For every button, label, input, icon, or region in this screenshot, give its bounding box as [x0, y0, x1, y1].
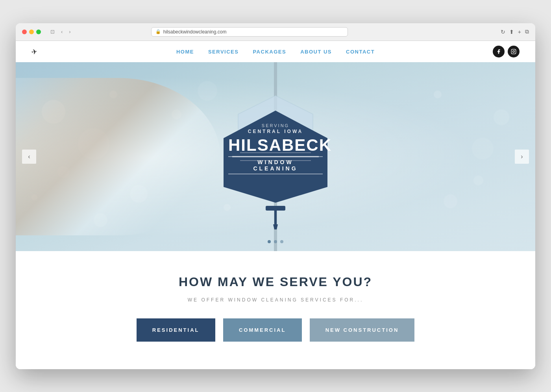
nav-logo[interactable]: ✈ — [31, 46, 37, 57]
facebook-icon[interactable] — [493, 46, 505, 57]
logo-mark-icon: ✈ — [31, 47, 38, 56]
svg-point-2 — [515, 50, 515, 50]
next-arrow-icon: › — [521, 153, 523, 160]
hex-serving-text: SERVING — [228, 123, 323, 128]
lock-icon: 🔒 — [155, 29, 161, 34]
nav-link-packages[interactable]: PACKAGES — [253, 49, 286, 55]
maximize-button[interactable] — [36, 30, 41, 34]
traffic-lights — [22, 30, 41, 34]
hero-hand-image — [16, 78, 220, 235]
hex-company-text: HILSABECK — [228, 137, 323, 154]
new-tab-button[interactable]: + — [518, 29, 521, 35]
new-construction-button[interactable]: NEW CONSTRUCTION — [310, 318, 415, 342]
nav-link-home[interactable]: HOME — [176, 49, 194, 55]
tab-overview-button[interactable]: ⧉ — [525, 28, 529, 35]
hexagon-container: SERVING CENTRAL IOWA HILSABECK WINDOW CL… — [220, 98, 331, 216]
main-nav: ✈ HOME SERVICES PACKAGES ABOUT US CONTAC… — [16, 41, 535, 62]
browser-controls: ⊡ ‹ › — [49, 28, 72, 35]
hex-text-content: SERVING CENTRAL IOWA HILSABECK WINDOW CL… — [220, 111, 331, 182]
hero-logo: SERVING CENTRAL IOWA HILSABECK WINDOW CL… — [220, 98, 331, 216]
nav-link-about-us[interactable]: ABOUT US — [300, 49, 332, 55]
nav-links: HOME SERVICES PACKAGES ABOUT US CONTACT — [176, 48, 375, 55]
slider-dot-3[interactable] — [280, 240, 283, 243]
forward-button[interactable]: › — [67, 28, 72, 35]
browser-window: ⊡ ‹ › 🔒 hilsabeckwindowcleaning.com ↻ ⬆ … — [16, 23, 535, 369]
slider-next-button[interactable]: › — [515, 150, 529, 164]
svg-rect-8 — [266, 206, 285, 211]
hex-location-text: CENTRAL IOWA — [228, 129, 323, 134]
hero-slider: SERVING CENTRAL IOWA HILSABECK WINDOW CL… — [16, 62, 535, 251]
prev-arrow-icon: ‹ — [28, 153, 30, 160]
svg-rect-9 — [274, 211, 277, 224]
url-text: hilsabeckwindowcleaning.com — [163, 29, 227, 35]
svg-rect-0 — [511, 49, 516, 54]
slider-dot-1[interactable] — [268, 240, 271, 243]
nav-link-contact[interactable]: CONTACT — [346, 49, 375, 55]
residential-button[interactable]: RESIDENTIAL — [137, 318, 215, 342]
services-section: HOW MAY WE SERVE YOU? WE OFFER WINDOW CL… — [16, 251, 535, 369]
service-buttons: RESIDENTIAL COMMERCIAL NEW CONSTRUCTION — [31, 318, 520, 342]
squeegee-icon — [264, 206, 287, 233]
website-content: ✈ HOME SERVICES PACKAGES ABOUT US CONTAC… — [16, 41, 535, 369]
back-button[interactable]: ‹ — [59, 28, 64, 35]
svg-point-1 — [513, 50, 515, 52]
slider-dot-2[interactable] — [274, 240, 277, 243]
instagram-icon[interactable] — [508, 46, 520, 57]
sidebar-toggle-icon[interactable]: ⊡ — [49, 28, 56, 35]
services-title: HOW MAY WE SERVE YOU? — [31, 275, 520, 289]
share-button[interactable]: ⬆ — [509, 29, 514, 35]
address-bar[interactable]: 🔒 hilsabeckwindowcleaning.com — [151, 27, 348, 37]
slider-dots — [268, 240, 283, 243]
browser-chrome: ⊡ ‹ › 🔒 hilsabeckwindowcleaning.com ↻ ⬆ … — [16, 23, 535, 41]
slider-prev-button[interactable]: ‹ — [22, 150, 36, 164]
commercial-button[interactable]: COMMERCIAL — [223, 318, 302, 342]
nav-link-services[interactable]: SERVICES — [208, 49, 239, 55]
close-button[interactable] — [22, 30, 27, 34]
svg-marker-10 — [273, 224, 278, 229]
minimize-button[interactable] — [29, 30, 34, 34]
browser-actions: ↻ ⬆ + ⧉ — [501, 28, 529, 35]
nav-social — [493, 46, 520, 57]
services-subtitle: WE OFFER WINDOW CLEANING SERVICES FOR... — [31, 297, 520, 303]
hex-tagline-text: WINDOW CLEANING — [236, 159, 315, 172]
reload-button[interactable]: ↻ — [501, 29, 505, 35]
